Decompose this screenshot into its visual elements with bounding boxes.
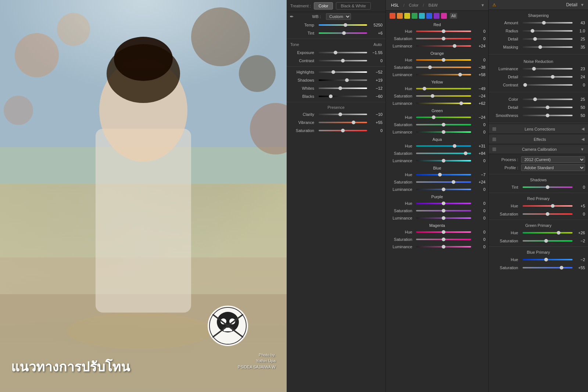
aqua-lum-slider[interactable] <box>416 160 471 161</box>
masking-slider[interactable] <box>523 46 573 48</box>
lum-detail-row: Detail 24 <box>489 73 588 81</box>
smoothness-slider[interactable] <box>523 115 573 116</box>
magenta-dot[interactable] <box>441 13 447 19</box>
blue-dot[interactable] <box>426 13 432 19</box>
lum-contrast-slider[interactable] <box>523 84 573 86</box>
hsl-tab[interactable]: HSL <box>390 2 400 8</box>
whites-slider[interactable] <box>319 88 367 89</box>
green-dot[interactable] <box>412 13 417 19</box>
red-sat-slider[interactable] <box>416 38 471 39</box>
color-slider[interactable] <box>523 99 573 100</box>
clarity-slider[interactable] <box>319 114 367 115</box>
whites-row: Whites −12 <box>287 84 386 92</box>
orange-dot[interactable] <box>397 13 403 19</box>
vibrance-slider[interactable] <box>319 122 367 123</box>
wb-label: WB : <box>296 14 324 19</box>
magenta-sat-slider[interactable] <box>416 239 471 240</box>
auto-label[interactable]: Auto <box>373 42 382 47</box>
aqua-sat-row: Saturation +84 <box>386 150 488 157</box>
detail-collapse[interactable]: ▼ <box>580 3 584 7</box>
rp-hue-slider[interactable] <box>523 205 573 207</box>
tint-slider[interactable] <box>319 32 367 34</box>
bp-sat-slider[interactable] <box>523 267 573 268</box>
color-treatment-btn[interactable]: Color <box>314 2 333 10</box>
calib-collapse[interactable]: ▼ <box>580 147 584 152</box>
purple-lum-slider[interactable] <box>416 217 471 219</box>
orange-lum-slider[interactable] <box>416 74 471 75</box>
blue-hue-slider[interactable] <box>416 174 471 175</box>
yellow-hue-row: Hue −49 <box>386 85 488 92</box>
orange-sat-slider[interactable] <box>416 67 471 68</box>
profile-select[interactable]: Adobe Standard <box>521 164 585 171</box>
amount-slider[interactable] <box>523 22 573 24</box>
wb-select[interactable]: Custom <box>326 13 351 20</box>
yellow-lum-slider[interactable] <box>416 103 471 104</box>
gp-hue-slider[interactable] <box>523 232 573 234</box>
color-tab[interactable]: Color <box>407 2 420 8</box>
color-detail-slider[interactable] <box>523 107 573 108</box>
clarity-value: −10 <box>369 112 383 117</box>
lum-slider[interactable] <box>523 68 573 70</box>
green-hue-slider[interactable] <box>416 117 471 118</box>
magenta-lum-slider[interactable] <box>416 246 471 247</box>
rp-sat-value: 0 <box>574 212 585 216</box>
yellow-sat-value: −24 <box>473 94 485 98</box>
masking-label: Masking <box>492 45 521 49</box>
exposure-slider[interactable] <box>319 52 367 53</box>
blue-sat-slider[interactable] <box>416 181 471 183</box>
hsl-collapse[interactable]: ▼ <box>481 3 485 7</box>
lens-collapse[interactable]: ◀ <box>581 126 584 131</box>
noise-title: Noise Reduction <box>489 57 588 65</box>
lum-row: Luminance 23 <box>489 65 588 73</box>
temp-slider[interactable] <box>319 24 367 26</box>
aqua-hue-slider[interactable] <box>416 145 471 147</box>
bp-hue-slider[interactable] <box>523 259 573 260</box>
blue-lum-slider[interactable] <box>416 189 471 190</box>
profile-label: Profile : <box>492 165 521 170</box>
red-hue-slider[interactable] <box>416 31 471 32</box>
green-sat-value: 0 <box>473 122 485 127</box>
green-hue-label: Hue <box>389 115 415 120</box>
orange-hue-slider[interactable] <box>416 59 471 61</box>
red-lum-slider[interactable] <box>416 45 471 47</box>
yellow-hue-slider[interactable] <box>416 88 471 89</box>
purple-hue-slider[interactable] <box>416 203 471 204</box>
saturation-slider[interactable] <box>319 130 367 131</box>
bw-tab[interactable]: B&W <box>427 2 439 8</box>
bw-treatment-btn[interactable]: Black & White <box>336 2 370 10</box>
gp-sat-slider[interactable] <box>523 240 573 242</box>
aqua-dot[interactable] <box>419 13 425 19</box>
red-sat-row: Saturation 0 <box>386 35 488 42</box>
aqua-section-title: Aqua <box>386 136 488 142</box>
sharp-detail-slider[interactable] <box>523 38 573 40</box>
purple-hue-row: Hue 0 <box>386 200 488 207</box>
yellow-hue-value: −49 <box>473 86 485 91</box>
yellow-dot[interactable] <box>404 13 410 19</box>
aqua-sat-slider[interactable] <box>416 153 471 154</box>
calib-tint-slider[interactable] <box>523 186 573 188</box>
all-button[interactable]: All <box>450 13 457 19</box>
blacks-slider[interactable] <box>319 96 367 97</box>
purple-sat-slider[interactable] <box>416 210 471 211</box>
green-lum-slider[interactable] <box>416 131 471 133</box>
eyedropper-icon[interactable]: ✒ <box>290 14 294 19</box>
lens-header[interactable]: Lens Corrections ◀ <box>489 124 588 134</box>
highlights-slider[interactable] <box>319 71 367 73</box>
magenta-section-title: Magenta <box>386 222 488 228</box>
red-dot[interactable] <box>390 13 395 19</box>
process-select[interactable]: 2012 (Current) <box>521 156 585 163</box>
purple-dot[interactable] <box>434 13 440 19</box>
green-sat-slider[interactable] <box>416 124 471 125</box>
contrast-slider[interactable] <box>319 60 367 61</box>
rp-sat-slider[interactable] <box>523 213 573 215</box>
lum-detail-slider[interactable] <box>523 76 573 78</box>
effects-header[interactable]: Effects ◀ <box>489 135 588 144</box>
effects-collapse[interactable]: ◀ <box>581 137 584 142</box>
radius-slider[interactable] <box>523 30 573 32</box>
shadows-slider[interactable] <box>319 79 367 81</box>
rp-sat-label: Saturation <box>492 212 521 216</box>
magenta-hue-slider[interactable] <box>416 231 471 233</box>
yellow-sat-slider[interactable] <box>416 95 471 97</box>
calib-header[interactable]: Camera Calibration ▼ <box>489 145 588 154</box>
orange-sat-label: Saturation <box>389 65 415 70</box>
